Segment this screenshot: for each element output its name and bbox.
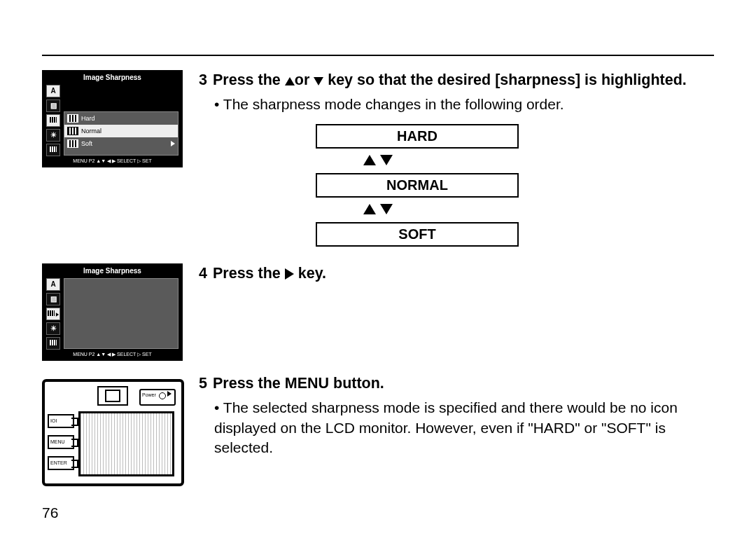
down-arrow-icon — [314, 77, 323, 85]
step5-bullet: The selected sharpness mode is specified… — [214, 398, 714, 458]
lcd1-row-normal: Normal — [64, 125, 178, 137]
lcd1-side-icon: ▨ — [46, 99, 60, 112]
lcd2-side-bars-icon — [46, 337, 60, 350]
lcd2-side-sun-icon: ☀ — [46, 322, 60, 335]
lcd1-side-sharp-icon — [46, 114, 60, 127]
step4-heading: Press the key. — [213, 263, 326, 284]
up-arrow-icon — [285, 77, 295, 85]
cam-btn-ioi: IOI — [48, 414, 74, 428]
step3-num: 3 — [199, 70, 207, 90]
lcd1-title: Image Sharpness — [44, 74, 181, 81]
power-label-box: Power — [139, 389, 176, 406]
arrows-2 — [316, 198, 519, 222]
lcd1-footer: MENU P2 ▲▼ ◀ ▶ SELECT ▷ SET — [44, 157, 181, 165]
lcd1-main: Hard Normal Soft — [64, 111, 178, 156]
option-normal: NORMAL — [316, 173, 519, 198]
option-hard: HARD — [316, 124, 519, 149]
cam-btn-enter: ENTER — [48, 456, 74, 470]
lcd1-sidebar: A ▨ ☀ — [46, 85, 60, 158]
lcd1-side-sun-icon: ☀ — [46, 129, 60, 142]
lcd2-main — [64, 278, 178, 349]
right-arrow-icon — [285, 268, 294, 280]
lcd2-title: Image Sharpness — [44, 267, 181, 275]
camera-back-diagram: Power IOI MENU ENTER — [42, 379, 184, 486]
viewfinder-icon — [97, 386, 128, 406]
step-4: 4 Press the key. — [199, 263, 714, 284]
manual-page: Image Sharpness A ▨ ☀ Hard Normal Soft M… — [42, 55, 714, 493]
lcd1-side-bars-icon — [46, 144, 60, 156]
lcd-screenshot-2: Image Sharpness A ▨ ☀ MENU P2 ▲▼ ◀ ▶ SEL… — [42, 263, 183, 361]
lcd2-footer: MENU P2 ▲▼ ◀ ▶ SELECT ▷ SET — [44, 350, 181, 359]
step5-num: 5 — [199, 373, 207, 394]
lcd1-row-hard: Hard — [64, 112, 178, 125]
led-icon — [159, 392, 166, 399]
lcd2-side-a: A — [46, 278, 60, 291]
lcd2-side-icon: ▨ — [46, 293, 60, 305]
arrows-1 — [316, 149, 519, 173]
step-5: 5 Press the MENU button. The selected sh… — [199, 373, 714, 458]
step4-num: 4 — [199, 263, 207, 284]
page-number: 76 — [42, 504, 58, 521]
cam-btn-menu: MENU — [48, 435, 74, 449]
lcd2-sidebar: A ▨ ☀ — [46, 278, 60, 352]
camera-buttons: IOI MENU ENTER — [48, 414, 74, 477]
lcd1-side-a: A — [46, 85, 60, 97]
option-soft: SOFT — [316, 222, 519, 247]
lcd2-side-sharp-icon — [46, 308, 60, 320]
step5-heading: Press the MENU button. — [213, 373, 384, 394]
option-stack: HARD NORMAL SOFT — [316, 124, 519, 247]
step-3: 3 Press the or key so that the desired [… — [199, 70, 714, 247]
step3-bullet: The sharpness mode changes in the follow… — [214, 95, 714, 114]
step3-heading: Press the or key so that the desired [sh… — [213, 70, 687, 90]
camera-screen — [78, 411, 174, 476]
lcd1-row-soft: Soft — [64, 137, 178, 150]
lcd-screenshot-1: Image Sharpness A ▨ ☀ Hard Normal Soft M… — [42, 70, 183, 167]
